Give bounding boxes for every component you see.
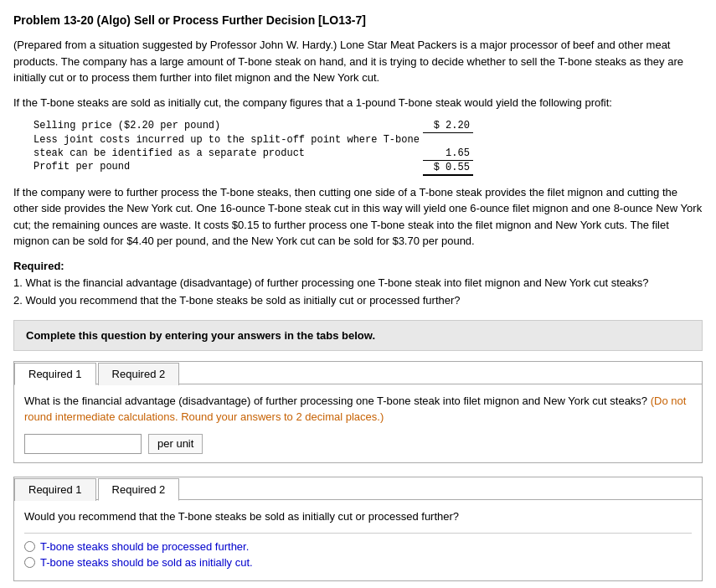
profit-row1-amount: $ 2.20 [423,119,473,133]
profit-row4-label: Profit per pound [30,160,423,175]
tab2-required1[interactable]: Required 1 [14,478,96,501]
tabs-area-1: Required 1 Required 2 What is the financ… [13,361,703,463]
intro-paragraph-3: If the company were to further process t… [13,184,703,250]
profit-table: Selling price ($2.20 per pound) $ 2.20 L… [30,119,703,176]
tab1-required1[interactable]: Required 1 [14,363,96,385]
tabs-area-2: Required 1 Required 2 Would you recommen… [13,477,703,582]
intro-paragraph-2: If the T-bone steaks are sold as initial… [13,95,703,111]
tab2-question: Would you recommend that the T-bone stea… [24,508,692,525]
required-section: Required: 1. What is the financial advan… [13,258,703,310]
tab1-question: What is the financial advantage (disadva… [24,393,692,426]
profit-row3-amount: 1.65 [423,147,473,161]
option2-label: T-bone steaks should be sold as initiall… [40,556,253,569]
answer-row: per unit [24,434,692,454]
radio-initially-cut[interactable] [24,557,35,568]
tab2-content: Would you recommend that the T-bone stea… [14,500,702,581]
intro-paragraph-1: (Prepared from a situation suggested by … [13,37,703,86]
radio-option-1[interactable]: T-bone steaks should be processed furthe… [24,540,692,553]
page-title: Problem 13-20 (Algo) Sell or Process Fur… [13,13,703,27]
tab1-required2[interactable]: Required 2 [98,363,180,385]
per-unit-label: per unit [148,434,203,454]
option1-label: T-bone steaks should be processed furthe… [40,540,249,553]
radio-option-2[interactable]: T-bone steaks should be sold as initiall… [24,556,692,569]
required-question-1: 1. What is the financial advantage (disa… [13,276,649,289]
profit-row2-label: Less joint costs incurred up to the spli… [30,133,423,147]
radio-processed-further[interactable] [24,541,35,552]
tab-bar-1: Required 1 Required 2 [14,362,702,384]
profit-row1-label: Selling price ($2.20 per pound) [30,119,423,133]
financial-advantage-input[interactable] [24,434,142,454]
complete-box: Complete this question by entering your … [13,320,703,351]
tab2-required2[interactable]: Required 2 [98,478,180,501]
tab-bar-2: Required 1 Required 2 [14,477,702,500]
divider [24,533,692,534]
tab1-content: What is the financial advantage (disadva… [14,384,702,462]
required-question-2: 2. Would you recommend that the T-bone s… [13,294,461,307]
required-heading: Required: [13,260,64,272]
profit-row3-label: steak can be identified as a separate pr… [30,147,423,161]
profit-row4-amount: $ 0.55 [423,160,473,175]
